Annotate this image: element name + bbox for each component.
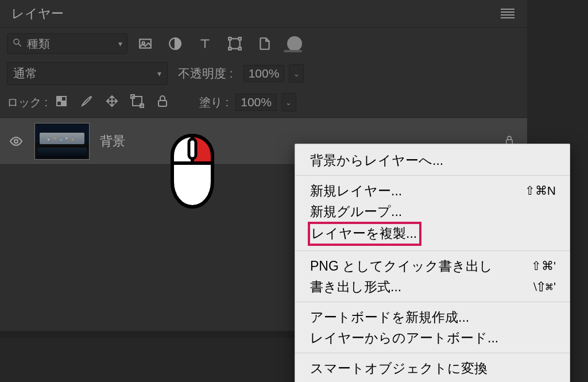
cm-item-background-to-layer[interactable]: 背景からレイヤーへ...: [295, 150, 570, 171]
cm-label: 新規レイヤー...: [310, 182, 402, 200]
lock-label: ロック :: [7, 95, 48, 110]
cm-shortcut: ⇧⌘N: [525, 182, 556, 200]
lock-all-icon[interactable]: [156, 94, 169, 110]
svg-point-17: [14, 140, 18, 143]
right-click-mouse-icon: [167, 133, 218, 209]
cm-label-highlighted: レイヤーを複製...: [308, 222, 421, 246]
svg-point-0: [14, 39, 19, 44]
filter-row: 種類 ▾: [0, 28, 527, 59]
opacity-value: 100%: [243, 65, 285, 82]
filter-type-icon[interactable]: [198, 36, 212, 51]
cm-item-duplicate-layer[interactable]: レイヤーを複製...: [295, 222, 570, 246]
filter-type-icons: [138, 36, 302, 51]
svg-rect-7: [239, 37, 241, 40]
cm-group-1: 背景からレイヤーへ...: [295, 148, 570, 173]
svg-line-1: [18, 44, 21, 47]
cm-item-export-as[interactable]: 書き出し形式... ⧵⇧⌘': [295, 276, 570, 297]
cm-group-5: スマートオブジェクトに変換 すべてのオブジェクトをマスク: [295, 356, 570, 382]
cm-item-convert-smart-object[interactable]: スマートオブジェクトに変換: [295, 358, 570, 379]
cm-item-artboard-from-layer[interactable]: レイヤーからのアートボード...: [295, 327, 570, 348]
svg-rect-9: [239, 48, 241, 50]
chevron-down-icon[interactable]: ⌄: [289, 64, 304, 83]
svg-rect-6: [229, 37, 231, 40]
cm-label: すべてのオブジェクトをマスク: [310, 380, 503, 382]
cm-separator: [295, 175, 570, 176]
svg-rect-12: [61, 101, 66, 106]
layer-filter-label: 種類: [27, 36, 114, 52]
blend-row: 通常 ▾ 不透明度 : 100% ⌄: [0, 59, 527, 90]
cm-item-new-artboard[interactable]: アートボードを新規作成...: [295, 307, 570, 327]
cm-item-quick-export-png[interactable]: PNG としてクイック書き出し ⇧⌘': [295, 256, 570, 276]
cm-shortcut: ⧵⇧⌘': [533, 277, 556, 296]
cm-label: 新規グループ...: [310, 202, 402, 221]
fill-field[interactable]: 100% ⌄: [235, 93, 296, 111]
svg-rect-19: [189, 139, 196, 159]
cm-group-3: PNG としてクイック書き出し ⇧⌘' 書き出し形式... ⧵⇧⌘': [295, 253, 570, 299]
filter-smart-icon[interactable]: [257, 36, 272, 51]
cm-item-new-layer[interactable]: 新規レイヤー... ⇧⌘N: [295, 180, 570, 201]
lock-icons: [55, 94, 169, 110]
cm-group-2: 新規レイヤー... ⇧⌘N 新規グループ... レイヤーを複製...: [295, 178, 570, 248]
chevron-down-icon: ▾: [118, 39, 122, 48]
cm-label: 背景からレイヤーへ...: [310, 151, 443, 169]
cm-item-mask-all-objects[interactable]: すべてのオブジェクトをマスク: [295, 379, 570, 382]
cm-separator: [295, 353, 570, 353]
filter-pixel-icon[interactable]: [138, 36, 153, 51]
filter-adjust-icon[interactable]: [168, 36, 183, 51]
fill-label: 塗り :: [199, 95, 229, 110]
cm-label: PNG としてクイック書き出し: [310, 257, 493, 275]
svg-rect-16: [158, 101, 167, 106]
cm-group-4: アートボードを新規作成... レイヤーからのアートボード...: [295, 304, 570, 350]
cm-label: アートボードを新規作成...: [310, 308, 469, 326]
blend-mode-select[interactable]: 通常 ▾: [7, 62, 168, 85]
lock-row: ロック : 塗り : 100% ⌄: [0, 90, 527, 118]
visibility-eye-icon[interactable]: [8, 133, 24, 149]
opacity-field[interactable]: 100% ⌄: [243, 64, 304, 83]
lock-position-icon[interactable]: [105, 94, 119, 110]
svg-rect-11: [57, 97, 61, 101]
chevron-down-icon: ▾: [157, 69, 161, 78]
cm-separator: [295, 250, 570, 251]
cm-shortcut: ⇧⌘': [531, 257, 556, 275]
cm-label: レイヤーからのアートボード...: [310, 329, 498, 347]
filter-shape-icon[interactable]: [227, 36, 242, 51]
panel-title[interactable]: レイヤー: [7, 3, 68, 25]
panel-menu-icon[interactable]: [501, 9, 514, 19]
cm-item-new-group[interactable]: 新規グループ...: [295, 201, 570, 222]
layer-thumbnail[interactable]: [34, 123, 90, 160]
panel-header: レイヤー: [0, 0, 527, 28]
blend-mode-value: 通常: [13, 65, 37, 82]
opacity-label: 不透明度 :: [178, 65, 233, 82]
filter-toggle-switch[interactable]: [287, 36, 302, 51]
layer-filter-select[interactable]: 種類 ▾: [7, 33, 127, 54]
svg-rect-8: [229, 48, 231, 50]
layer-context-menu: 背景からレイヤーへ... 新規レイヤー... ⇧⌘N 新規グループ... レイヤ…: [295, 144, 570, 382]
cm-separator: [295, 302, 570, 302]
cm-label: スマートオブジェクトに変換: [310, 359, 488, 377]
lock-transparent-icon[interactable]: [55, 94, 68, 110]
cm-label: 書き出し形式...: [310, 277, 401, 296]
chevron-down-icon[interactable]: ⌄: [281, 93, 296, 111]
fill-value: 100%: [235, 94, 277, 111]
search-icon: [12, 37, 22, 51]
lock-artboard-icon[interactable]: [130, 94, 144, 110]
lock-brush-icon[interactable]: [80, 94, 94, 110]
layer-name: 背景: [100, 133, 125, 150]
